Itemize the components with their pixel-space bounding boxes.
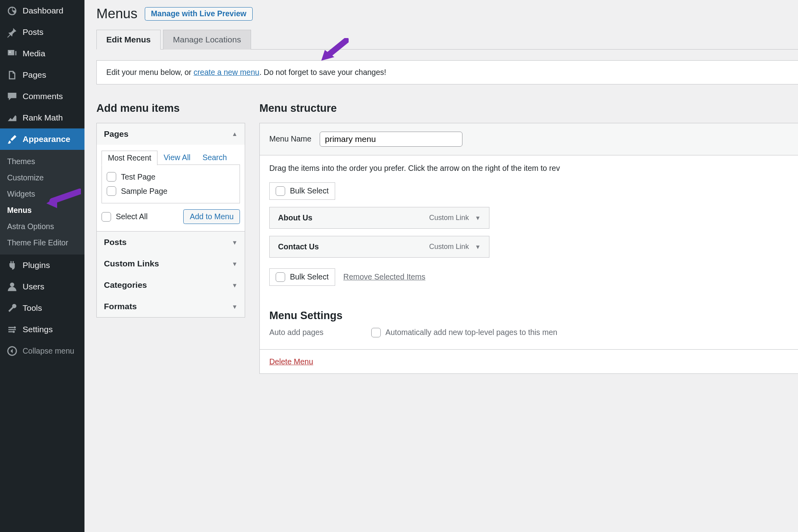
info-text-prefix: Edit your menu below, or xyxy=(106,68,194,77)
page-header: Menus Manage with Live Preview xyxy=(96,6,798,21)
menu-item-row[interactable]: About Us Custom Link ▼ xyxy=(269,207,489,229)
sidebar-label: Appearance xyxy=(23,134,70,144)
accordion-head-categories[interactable]: Categories ▼ xyxy=(97,274,245,296)
sidebar-item-plugins[interactable]: Plugins xyxy=(0,255,84,276)
menu-structure-column: Menu structure Menu Name Drag the items … xyxy=(259,102,798,374)
page-checkbox[interactable] xyxy=(107,172,116,182)
sidebar-item-pages[interactable]: Pages xyxy=(0,64,84,86)
media-icon xyxy=(6,48,18,59)
add-to-menu-button[interactable]: Add to Menu xyxy=(183,209,240,224)
sidebar-label: Collapse menu xyxy=(23,346,74,356)
sidebar-item-rankmath[interactable]: Rank Math xyxy=(0,107,84,128)
select-all-text: Select All xyxy=(116,212,148,221)
sidebar-sub-astra[interactable]: Astra Options xyxy=(0,218,84,235)
sidebar-collapse[interactable]: Collapse menu xyxy=(0,340,84,362)
sliders-icon xyxy=(6,323,18,335)
add-menu-items-column: Add menu items Pages ▲ Most Recent View … xyxy=(96,102,245,374)
chevron-down-icon: ▼ xyxy=(232,303,238,310)
sidebar-sub-widgets[interactable]: Widgets xyxy=(0,186,84,202)
accordion-head-posts[interactable]: Posts ▼ xyxy=(97,232,245,253)
sidebar-sub-menus[interactable]: Menus xyxy=(0,202,84,218)
accordion-head-pages[interactable]: Pages ▲ xyxy=(97,123,245,145)
sidebar-label: Tools xyxy=(23,303,42,313)
add-items-heading: Add menu items xyxy=(96,102,245,115)
chevron-up-icon: ▲ xyxy=(232,130,238,137)
sidebar-label: Posts xyxy=(23,27,44,37)
bulk-select-bottom-row: Bulk Select Remove Selected Items xyxy=(269,268,798,286)
sidebar-item-comments[interactable]: Comments xyxy=(0,86,84,107)
subtab-most-recent[interactable]: Most Recent xyxy=(102,151,157,165)
menu-name-input[interactable] xyxy=(320,132,462,147)
accordion-title: Custom Links xyxy=(104,259,159,268)
collapse-icon xyxy=(6,345,18,357)
accordion-title: Formats xyxy=(104,302,137,311)
auto-add-checkbox[interactable] xyxy=(371,328,381,337)
sidebar-item-dashboard[interactable]: Dashboard xyxy=(0,0,84,21)
sidebar-label: Rank Math xyxy=(23,113,63,122)
main-content: Menus Manage with Live Preview Edit Menu… xyxy=(84,0,798,374)
tab-edit-menus[interactable]: Edit Menus xyxy=(96,30,161,50)
delete-menu-link[interactable]: Delete Menu xyxy=(269,357,313,366)
sidebar-submenu-appearance: Themes Customize Widgets Menus Astra Opt… xyxy=(0,150,84,255)
bulk-select-checkbox[interactable] xyxy=(276,272,285,282)
menu-item-type: Custom Link xyxy=(429,214,469,222)
live-preview-button[interactable]: Manage with Live Preview xyxy=(145,7,253,21)
chevron-down-icon: ▼ xyxy=(475,214,481,221)
auto-add-label: Auto add pages xyxy=(269,328,324,337)
sidebar-label: Pages xyxy=(23,70,46,80)
remove-selected-link[interactable]: Remove Selected Items xyxy=(343,272,426,281)
menu-name-label: Menu Name xyxy=(269,134,311,144)
sidebar-label: Settings xyxy=(23,325,53,334)
sidebar-sub-customize[interactable]: Customize xyxy=(0,170,84,186)
sidebar-item-media[interactable]: Media xyxy=(0,43,84,64)
brush-icon xyxy=(6,133,18,145)
menu-name-row: Menu Name xyxy=(260,123,798,155)
settings-auto-add-row: Auto add pages Automatically add new top… xyxy=(269,328,798,337)
comment-icon xyxy=(6,90,18,102)
structure-heading: Menu structure xyxy=(259,102,798,115)
sidebar-item-posts[interactable]: Posts xyxy=(0,21,84,43)
accordion-body-pages: Most Recent View All Search Test Page Sa… xyxy=(97,145,245,232)
menu-item-label: About Us xyxy=(278,213,313,222)
select-all-label[interactable]: Select All xyxy=(102,212,148,222)
accordion-title: Posts xyxy=(104,237,127,247)
auto-add-check[interactable]: Automatically add new top-level pages to… xyxy=(371,328,558,337)
page-check-row[interactable]: Sample Page xyxy=(107,184,235,198)
sidebar-item-tools[interactable]: Tools xyxy=(0,297,84,319)
auto-add-check-label: Automatically add new top-level pages to… xyxy=(386,328,558,337)
page-title: Menus xyxy=(96,6,138,21)
page-check-label: Sample Page xyxy=(121,187,167,196)
accordion-head-custom-links[interactable]: Custom Links ▼ xyxy=(97,253,245,274)
pages-subtabs: Most Recent View All Search xyxy=(97,145,245,165)
subtab-view-all[interactable]: View All xyxy=(157,151,196,165)
nav-tabs: Edit Menus Manage Locations xyxy=(96,30,798,50)
sidebar-sub-editor[interactable]: Theme File Editor xyxy=(0,235,84,251)
accordion-title: Pages xyxy=(104,129,129,139)
menu-item-row[interactable]: Contact Us Custom Link ▼ xyxy=(269,236,489,258)
dashboard-icon xyxy=(6,5,18,17)
sidebar-item-settings[interactable]: Settings xyxy=(0,319,84,340)
plug-icon xyxy=(6,259,18,271)
svg-point-3 xyxy=(12,331,14,333)
sidebar-sub-themes[interactable]: Themes xyxy=(0,153,84,170)
bulk-select-checkbox[interactable] xyxy=(276,186,285,196)
create-new-menu-link[interactable]: create a new menu xyxy=(194,68,259,77)
menu-settings-heading: Menu Settings xyxy=(269,310,798,322)
page-check-row[interactable]: Test Page xyxy=(107,170,235,184)
bulk-select-top[interactable]: Bulk Select xyxy=(269,182,335,200)
sidebar-label: Comments xyxy=(23,92,63,101)
chevron-down-icon: ▼ xyxy=(232,260,238,267)
pin-icon xyxy=(6,26,18,38)
tab-manage-locations[interactable]: Manage Locations xyxy=(163,30,251,50)
subtab-search[interactable]: Search xyxy=(196,151,233,165)
sidebar-label: Users xyxy=(23,282,44,291)
sidebar-item-users[interactable]: Users xyxy=(0,276,84,297)
select-all-row: Select All Add to Menu xyxy=(97,203,245,231)
user-icon xyxy=(6,281,18,293)
sidebar-item-appearance[interactable]: Appearance xyxy=(0,128,84,150)
drag-description: Drag the items into the order you prefer… xyxy=(269,164,798,173)
page-checkbox[interactable] xyxy=(107,186,116,196)
bulk-select-bottom[interactable]: Bulk Select xyxy=(269,268,335,286)
accordion-head-formats[interactable]: Formats ▼ xyxy=(97,296,245,317)
select-all-checkbox[interactable] xyxy=(102,212,111,222)
